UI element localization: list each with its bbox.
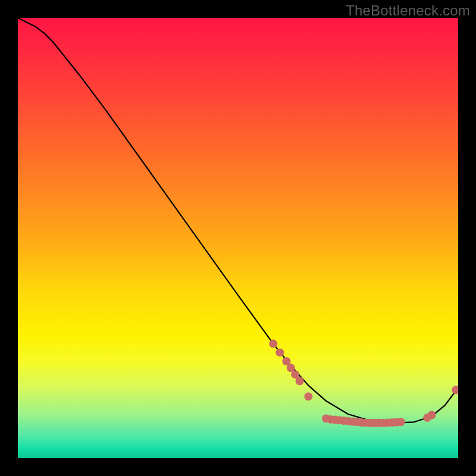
marker-group <box>269 340 458 427</box>
bottleneck-curve <box>18 18 458 423</box>
plot-area <box>18 18 458 458</box>
marker-point <box>428 411 436 419</box>
marker-point <box>269 340 277 348</box>
chart-frame: TheBottleneck.com <box>0 0 476 476</box>
marker-point <box>304 392 312 400</box>
marker-point <box>275 348 284 356</box>
marker-point <box>397 418 405 426</box>
chart-overlay <box>18 18 458 458</box>
marker-point <box>452 386 458 394</box>
marker-point <box>296 377 304 386</box>
watermark-text: TheBottleneck.com <box>346 2 470 19</box>
